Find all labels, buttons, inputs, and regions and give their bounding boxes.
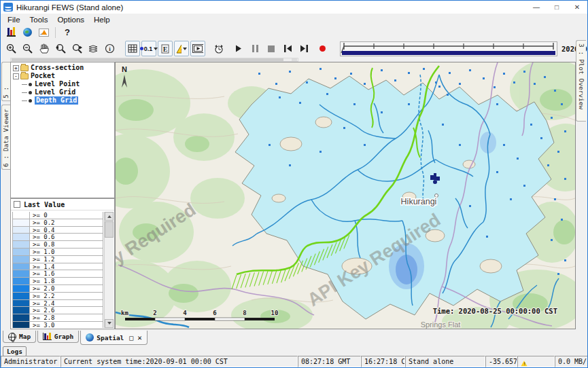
- scrollbar-thumb[interactable]: [12, 58, 283, 61]
- pause-button[interactable]: [247, 41, 262, 56]
- scroll-up-button[interactable]: [105, 212, 114, 221]
- timeline-slider[interactable]: [340, 41, 557, 57]
- layers-button[interactable]: [86, 41, 101, 56]
- tree-node-level-grid[interactable]: Level Grid: [13, 88, 114, 96]
- menu-help[interactable]: Help: [89, 15, 115, 24]
- tree-node-level-point[interactable]: Level Point: [13, 80, 114, 88]
- tree-node-depth-grid[interactable]: Depth Grid: [13, 96, 114, 105]
- grid-toggle-button[interactable]: [125, 41, 140, 56]
- tab-spatial[interactable]: Spatial □ ✕: [80, 331, 148, 345]
- warnings-dropdown[interactable]: !: [174, 41, 189, 56]
- scrollbar-arrow[interactable]: [292, 58, 297, 61]
- logs-button[interactable]: Logs: [3, 346, 27, 356]
- map-viewport[interactable]: Hikurangi Springs Flat API Key Required …: [115, 62, 576, 329]
- help-button[interactable]: ?: [59, 26, 75, 39]
- zoom-in-icon: [6, 43, 17, 54]
- pan-button[interactable]: [37, 41, 52, 56]
- tree-node-cross-section[interactable]: + Cross-section: [13, 64, 114, 72]
- status-bar: Administrator Current system time:2020-0…: [1, 356, 587, 367]
- previous-zoom-button[interactable]: [53, 41, 68, 56]
- menu-file[interactable]: File: [3, 15, 25, 24]
- app-logo-icon: [3, 3, 13, 12]
- triangle-up-icon: [107, 213, 111, 218]
- spatial-display-button[interactable]: [19, 26, 35, 39]
- tab-close-icon[interactable]: ✕: [137, 333, 142, 342]
- warning-icon: [521, 357, 528, 366]
- svg-text:E: E: [163, 45, 168, 52]
- tab-maximize-icon[interactable]: □: [129, 334, 133, 342]
- chevron-down-icon: [183, 48, 187, 52]
- play-button[interactable]: [231, 41, 246, 56]
- status-system-time: Current system time:2020-09-01 00:00 CST: [60, 356, 298, 367]
- skip-end-button[interactable]: [296, 41, 311, 56]
- label-e-icon: E: [161, 44, 169, 54]
- stop-button[interactable]: [264, 41, 279, 56]
- tree-label[interactable]: Cross-section: [31, 64, 84, 72]
- minimize-button[interactable]: —: [526, 1, 547, 14]
- legend-label: >= 3.0: [29, 321, 103, 328]
- skip-start-icon: [284, 45, 292, 52]
- zoom-in-button[interactable]: [4, 41, 19, 56]
- tree-label[interactable]: Level Grid: [35, 88, 75, 96]
- status-network: 0.0 MB/s: [555, 356, 588, 367]
- skip-end-icon: [300, 45, 308, 52]
- folder-icon: [20, 65, 29, 71]
- import-timeseries-button[interactable]: [35, 26, 52, 39]
- toolbar-separator: [55, 27, 56, 38]
- chart-arrow-icon: [39, 29, 49, 37]
- maximize-button[interactable]: □: [547, 1, 567, 14]
- skip-start-button[interactable]: [280, 41, 295, 56]
- status-local-time: 16:27:18 CST: [361, 356, 405, 367]
- scale-tick: 6: [213, 310, 216, 316]
- right-tab-strip: 3 : Plot Overview: [574, 40, 587, 329]
- globe-icon: [23, 28, 32, 37]
- map-time-label: Time: 2020-08-25 00:00:00 CST: [433, 307, 557, 315]
- menu-tools[interactable]: Tools: [25, 15, 53, 24]
- timestep-button[interactable]: [211, 41, 226, 56]
- pause-icon: [252, 45, 258, 52]
- grid-icon: [128, 44, 137, 53]
- collapse-icon[interactable]: -: [13, 73, 19, 79]
- threshold-dropdown[interactable]: 0.1: [141, 41, 156, 56]
- scrollbar-thumb[interactable]: [105, 221, 114, 238]
- record-icon: [319, 45, 326, 52]
- bullet-icon: [29, 91, 32, 94]
- tab-map-label: Map: [19, 333, 31, 340]
- tree-node-pocket[interactable]: - Pocket: [13, 72, 114, 80]
- last-value-checkbox[interactable]: [14, 201, 20, 208]
- svg-text:!: !: [181, 47, 181, 53]
- expand-icon[interactable]: +: [13, 65, 19, 71]
- info-button[interactable]: i: [102, 41, 117, 56]
- tab-forecast[interactable]: 5 : Forecast: [1, 62, 10, 101]
- tree-label-selected[interactable]: Depth Grid: [35, 96, 78, 105]
- scale-tick: 8: [243, 310, 246, 316]
- tree-label[interactable]: Level Point: [35, 80, 80, 88]
- play-icon: [235, 45, 242, 52]
- status-warning-cell[interactable]: [517, 356, 555, 367]
- record-button[interactable]: [315, 41, 330, 56]
- animation-button[interactable]: [190, 41, 205, 56]
- legend-row[interactable]: >= 3.0: [12, 322, 103, 328]
- legend-scrollbar[interactable]: [104, 212, 114, 328]
- menu-options[interactable]: Options: [52, 15, 89, 24]
- tab-spatial-label: Spatial: [97, 334, 124, 342]
- map-canvas[interactable]: Hikurangi Springs Flat API Key Required …: [116, 62, 575, 329]
- zoom-out-button[interactable]: [20, 41, 35, 56]
- labels-toggle-button[interactable]: E: [158, 41, 173, 56]
- map-toolbar: i 0.1 E !: [1, 39, 587, 58]
- left-tab-strip: 5 : Forecast 6 : Data Viewer: [1, 62, 10, 329]
- layer-tree-panel: + Cross-section - Pocket Level Point Lev…: [10, 62, 115, 198]
- explorer-button[interactable]: [3, 26, 19, 39]
- tab-data-viewer[interactable]: 6 : Data Viewer: [1, 105, 10, 170]
- tab-plot-overview[interactable]: 3 : Plot Overview: [576, 40, 586, 122]
- legend-header: Last Value: [11, 199, 114, 210]
- triangle-down-icon: [107, 322, 111, 327]
- tab-graph[interactable]: Graph: [37, 331, 79, 343]
- status-user: Administrator: [1, 356, 60, 367]
- tab-map[interactable]: Map: [3, 331, 36, 343]
- threshold-value: 0.1: [140, 45, 153, 52]
- close-button[interactable]: ✕: [567, 1, 587, 14]
- scroll-down-button[interactable]: [105, 319, 114, 328]
- next-zoom-button[interactable]: [69, 41, 84, 56]
- tree-label[interactable]: Pocket: [31, 72, 55, 80]
